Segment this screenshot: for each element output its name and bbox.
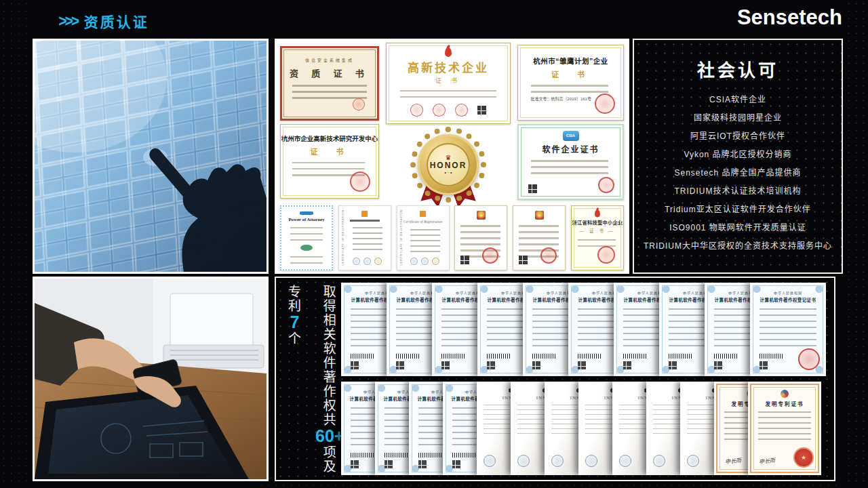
photo-person-at-desk-graphic — [35, 279, 267, 479]
qr-code — [669, 361, 677, 369]
social-recognition-item: Tridium亚太区认证软件开发合作伙伴 — [634, 201, 842, 219]
cert-rnd-center: 杭州市企业高新技术研究开发中心 证 书 — [280, 124, 379, 199]
national-emblem-seal: ★ — [793, 447, 814, 468]
blue-round-seal — [619, 455, 631, 467]
qr-code — [441, 361, 450, 369]
cert-title: 杭州市企业高新技术研究开发中心 — [281, 134, 378, 143]
blue-round-seal — [517, 455, 530, 467]
social-recognition-item: TRIDIUM技术认证技术培训机构 — [634, 182, 842, 201]
cert-title-line — [350, 220, 380, 222]
red-seal — [798, 348, 820, 370]
red-seal — [433, 104, 446, 117]
qr-code — [351, 361, 359, 369]
cert-text-lines — [760, 308, 816, 349]
accreditation-logo — [374, 258, 382, 265]
barcode — [623, 354, 648, 359]
photo-hand-touchscreen-wall-graphic — [35, 41, 267, 272]
slide-header: >>> 资质认证 — [58, 11, 149, 31]
certificate-thumbnail: 中华人民共和国 计算机软件著作权登记证书 INNOVA 发明专利证书 — [748, 382, 821, 475]
national-emblem-icon: ★ — [535, 211, 544, 220]
barcode — [452, 453, 477, 458]
cert-title: 资 质 证 书 — [282, 66, 377, 79]
tridium-logo — [300, 211, 313, 215]
cert-registration-english: CERTIFICATE OF REGISTRATION Certificate … — [397, 205, 450, 270]
crown-icon: ♛ — [446, 155, 452, 161]
medal-band: ♛ HONOR • · • — [427, 143, 470, 186]
certificates-panel: 信息安全系统集成 资 质 证 书 高新技术企业 证 书 杭州市“雏鹰计划”企业 — [275, 39, 629, 274]
vertical-side-text: CERTIFICATE OF REGISTRATION — [341, 210, 347, 266]
barcode — [714, 354, 738, 359]
registrar-logo — [420, 211, 426, 217]
cert-text-lines — [410, 229, 440, 256]
photo-hand-touchscreen-wall — [33, 39, 269, 274]
cert-power-of-attorney: Power of Attorney — [280, 205, 333, 270]
cnipa-logo-icon — [781, 390, 789, 398]
accreditation-logo — [432, 258, 439, 265]
barcode — [669, 354, 693, 359]
certificates-row-2: 杭州市企业高新技术研究开发中心 证 书 ♛ HONOR • · • — [280, 124, 624, 205]
qr-code — [396, 361, 404, 369]
honor-medal: ♛ HONOR • · • — [409, 125, 488, 204]
red-seal — [482, 247, 498, 264]
star-icon: ★ — [801, 454, 806, 461]
mixed-patent-cert-row: 中华人民共和国 计算机软件著作权登记证书 INNOVA 发明专利证书 — [341, 382, 827, 475]
social-recognition-item: 阿里云IOT授权合作伙伴 — [634, 127, 842, 146]
cert-eaglet-plan-enterprise: 杭州市“雏鹰计划”企业 证 书 批准文号：杭科高〔2019〕161号 — [517, 45, 624, 121]
accreditation-logo — [363, 258, 371, 265]
certificate-thumbnail-rows: 中华人民共和国 计算机软件著作权登记证书 INNOVA 发明专利证书 — [341, 283, 827, 475]
certificates-row-3: Power of Attorney CERTIFICATE OF REGISTR… — [280, 205, 624, 270]
vertical-side-text: CERTIFICATE OF REGISTRATION — [399, 210, 405, 266]
barcode — [384, 453, 409, 458]
accreditation-logos — [410, 258, 439, 265]
social-recognition-panel: 社会认可 CSIA软件企业 国家级科技园明星企业 阿里云IOT授权合作伙伴 Vy… — [633, 39, 843, 274]
barcode — [418, 453, 443, 458]
social-recognition-item: TRIDIUM大中华区授权的全资技术支持服务中心 — [634, 237, 842, 256]
medal-coin: ♛ HONOR • · • — [418, 134, 479, 195]
cert-text-lines — [290, 256, 322, 264]
vertical-text-column-copyrights: 取得相关软件著作权共 60+ 项及 — [315, 285, 344, 474]
page-title: 资质认证 — [84, 11, 149, 31]
certificate-thumbnail: 中华人民共和国 计算机软件著作权登记证书 INNOVA 发明专利证书 — [750, 283, 826, 376]
qr-code — [460, 256, 469, 264]
qr-code — [351, 460, 359, 468]
cert-text-lines — [353, 227, 382, 253]
cert-text-lines — [531, 85, 609, 93]
green-oval-stamp — [300, 245, 313, 251]
cert-title: 计算机软件著作权登记证书 — [750, 296, 826, 303]
copyright-count: 60+ — [315, 427, 344, 445]
national-emblem-icon: ★ — [477, 211, 486, 220]
cert-security-integration: 信息安全系统集成 资 质 证 书 — [280, 46, 379, 121]
cert-subtitle: — 证 书 — — [572, 227, 623, 234]
qr-code — [532, 361, 540, 369]
red-seal — [595, 94, 615, 114]
qr-code — [452, 460, 460, 468]
red-seal — [540, 247, 557, 264]
cert-text-lines — [578, 239, 616, 247]
dot-pattern-left — [0, 0, 31, 488]
social-panel-title: 社会认可 — [634, 56, 842, 81]
flame-icon — [595, 209, 600, 217]
qr-code — [760, 361, 768, 369]
flame-icon — [445, 47, 452, 57]
cert-title: 软件企业证书 — [519, 143, 623, 155]
cert-text-lines — [292, 85, 366, 99]
qr-code — [384, 460, 393, 468]
software-copyright-cert-row: 中华人民共和国 计算机软件著作权登记证书 INNOVA 发明专利证书 — [341, 283, 827, 376]
honor-medal-area: ♛ HONOR • · • — [386, 124, 511, 205]
cert-high-tech-enterprise: 高新技术企业 证 书 — [386, 43, 511, 124]
cert-zhejiang-sme: 浙江省科技型中小企业 — 证 书 — — [571, 205, 624, 270]
red-seal — [353, 98, 365, 110]
medal-label: HONOR — [430, 161, 467, 170]
social-recognition-item: Vykon 品牌北区授权分销商 — [634, 146, 842, 164]
barcode — [578, 354, 602, 359]
certificates-row-1: 信息安全系统集成 资 质 证 书 高新技术企业 证 书 杭州市“雏鹰计划”企业 — [280, 43, 624, 124]
cert-text-lines — [531, 160, 608, 174]
medal-dots: • · • — [444, 170, 452, 175]
social-recognition-item: Sensetech 品牌全国产品提供商 — [634, 164, 842, 182]
signature: 申长雨 — [724, 456, 741, 465]
accreditation-logo — [421, 258, 429, 265]
blue-round-seal — [551, 455, 564, 467]
barcode — [351, 453, 375, 458]
cert-title: 高新技术企业 — [387, 58, 510, 75]
photo-person-at-desk — [33, 277, 269, 481]
